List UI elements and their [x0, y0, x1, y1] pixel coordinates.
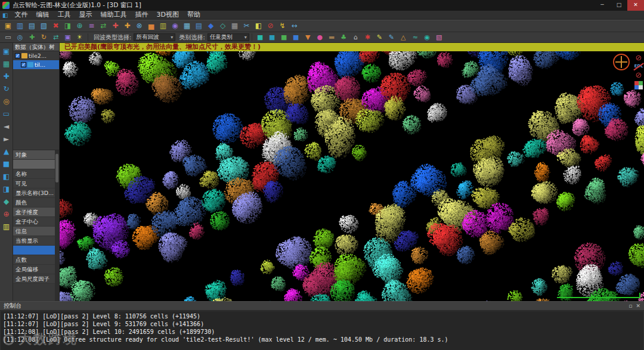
edit-icon[interactable]: ✎ [374, 33, 385, 42]
property-row[interactable]: 盒子中心 [13, 217, 59, 227]
disable-overlay-icon-2[interactable]: ⊘ [636, 71, 642, 79]
register-icon[interactable]: ⊗ [134, 21, 145, 31]
checkbox-icon[interactable]: ✓ [21, 62, 26, 67]
filter-3-icon[interactable]: ■ [278, 33, 290, 42]
pan-icon[interactable]: ✚ [1, 71, 13, 82]
rotate-icon[interactable]: ↻ [38, 33, 49, 42]
zoom-icon[interactable]: ◎ [14, 33, 26, 42]
class-select[interactable]: 任意类别 ▾ [208, 33, 249, 41]
measure-icon[interactable]: ↔ [289, 21, 300, 31]
raster-icon[interactable]: ▦ [181, 21, 193, 31]
apply-transform-icon[interactable]: ⇄ [98, 21, 109, 31]
property-row[interactable]: 当前显示 [13, 236, 59, 246]
camera-icon[interactable]: ▣ [1, 46, 13, 57]
console-log[interactable]: [11:12:07] [LoD][pass 2] Level 8: 110756… [1, 311, 643, 350]
iso-view-icon[interactable]: ◆ [1, 196, 13, 207]
segment-icon[interactable]: ✂ [241, 21, 252, 31]
eye-icon[interactable]: ◉ [422, 33, 433, 42]
orbit-icon[interactable]: ↻ [1, 83, 13, 95]
top-view-icon[interactable]: ▲ [1, 146, 13, 157]
window-menu-icon[interactable]: ◧ [2, 12, 8, 18]
property-row[interactable]: 点数 [13, 255, 59, 265]
profile-icon[interactable]: ≈ [410, 33, 421, 42]
lightning-icon[interactable]: ↯ [277, 21, 288, 31]
ground-icon[interactable]: ▬ [326, 33, 338, 42]
property-row[interactable]: 全局尺度因子 [13, 274, 59, 284]
merge-icon[interactable]: ⊕ [74, 21, 85, 31]
import-icon[interactable]: ▤ [26, 21, 38, 31]
menu-插件[interactable]: 插件 [131, 11, 152, 19]
tree-item[interactable]: ✓tile2... [13, 51, 59, 60]
property-row[interactable] [13, 160, 59, 169]
left-view-icon[interactable]: ◧ [1, 171, 13, 182]
save-icon[interactable]: ▥ [14, 21, 26, 31]
close-button[interactable]: ✕ [636, 303, 640, 309]
property-row[interactable]: 盒子维度 [13, 207, 59, 217]
delete-icon[interactable]: ✖ [50, 21, 61, 31]
property-row[interactable]: 对象 [13, 150, 59, 160]
property-row[interactable] [13, 246, 59, 255]
noise-icon[interactable]: ✱ [362, 33, 373, 42]
palette-icon[interactable]: ▧ [434, 33, 445, 42]
properties-scrollbar[interactable] [55, 150, 59, 301]
grid-icon[interactable]: ▦ [229, 21, 240, 31]
scrollbar-thumb[interactable] [55, 154, 58, 182]
tree-item[interactable]: ✓til... [13, 60, 59, 69]
checkbox-icon[interactable]: ✓ [15, 53, 20, 58]
seeds-icon[interactable]: ● [314, 33, 326, 42]
color-mode-swatch[interactable] [634, 81, 643, 89]
menu-编辑[interactable]: 编辑 [32, 11, 53, 19]
pick-point-icon[interactable]: ✚ [110, 21, 121, 31]
filter-1-icon[interactable]: ■ [255, 33, 266, 42]
export-icon[interactable]: ▧ [38, 21, 49, 31]
menu-文件[interactable]: 文件 [10, 11, 32, 19]
close-button[interactable]: ✕ [627, 0, 644, 11]
light-icon[interactable]: ☀ [74, 33, 85, 42]
pick-icon[interactable]: ✚ [26, 33, 38, 42]
property-row[interactable]: 颜色 [13, 198, 59, 207]
menu-工具[interactable]: 工具 [53, 11, 75, 19]
minimize-button[interactable]: ─ [594, 0, 611, 11]
zoom-fit-icon[interactable]: ▭ [1, 109, 13, 120]
point-list-picking-icon[interactable]: ✚ [122, 21, 133, 31]
menu-显示[interactable]: 显示 [75, 11, 96, 19]
property-row[interactable]: 可见 [13, 179, 59, 188]
clone-icon[interactable]: ◨ [62, 21, 73, 31]
brush-icon[interactable]: ✎ [386, 33, 397, 42]
compass-icon[interactable] [613, 54, 630, 70]
menu-辅助工具[interactable]: 辅助工具 [96, 11, 131, 19]
clip-icon[interactable]: ◧ [253, 21, 264, 31]
maximize-button[interactable]: □ [611, 0, 627, 11]
right-view-icon[interactable]: ◨ [1, 184, 13, 195]
filter-2-icon[interactable]: ■ [267, 33, 278, 42]
pivot-icon[interactable]: ◎ [1, 96, 13, 107]
front-view-icon[interactable]: ■ [1, 159, 13, 170]
overview-icon[interactable]: ▭ [2, 33, 14, 42]
statistics-icon[interactable]: ▅ [145, 21, 157, 31]
next-view-icon[interactable]: ► [1, 134, 13, 145]
clipboard-icon[interactable]: ▤ [193, 21, 205, 31]
menu-帮助[interactable]: 帮助 [183, 11, 205, 19]
vegetation-icon[interactable]: ♣ [338, 33, 349, 42]
edl-badge[interactable]: EDL [634, 64, 643, 69]
building-icon[interactable]: ⌂ [350, 33, 361, 42]
pan-icon[interactable]: ⇄ [50, 33, 61, 42]
primitive-icon[interactable]: ◆ [205, 21, 216, 31]
property-row[interactable]: 显示名称(3D... [13, 188, 59, 198]
echo-type-select[interactable]: 所有回波 ▾ [134, 33, 175, 41]
property-row[interactable]: 名称 [13, 169, 59, 179]
disable-icon[interactable]: ⊘ [265, 21, 276, 31]
views-icon[interactable]: ▣ [62, 33, 73, 42]
screenshot-icon[interactable]: ◉ [169, 21, 181, 31]
polygon-icon[interactable]: △ [398, 33, 409, 42]
open-icon[interactable]: ▣ [2, 21, 14, 31]
menu-3D视图[interactable]: 3D视图 [152, 11, 182, 19]
classify-icon[interactable]: ▼ [302, 33, 314, 42]
ruler-icon[interactable]: ▥ [1, 221, 13, 233]
histogram-icon[interactable]: ▥ [157, 21, 169, 31]
point-pick-icon[interactable]: ⊕ [1, 209, 13, 220]
filter-4-icon[interactable]: ■ [290, 33, 302, 42]
subsample-icon[interactable]: ≡ [86, 21, 97, 31]
disable-overlay-icon[interactable]: ⊘ [636, 54, 642, 61]
float-button[interactable]: ▫ [628, 303, 632, 309]
